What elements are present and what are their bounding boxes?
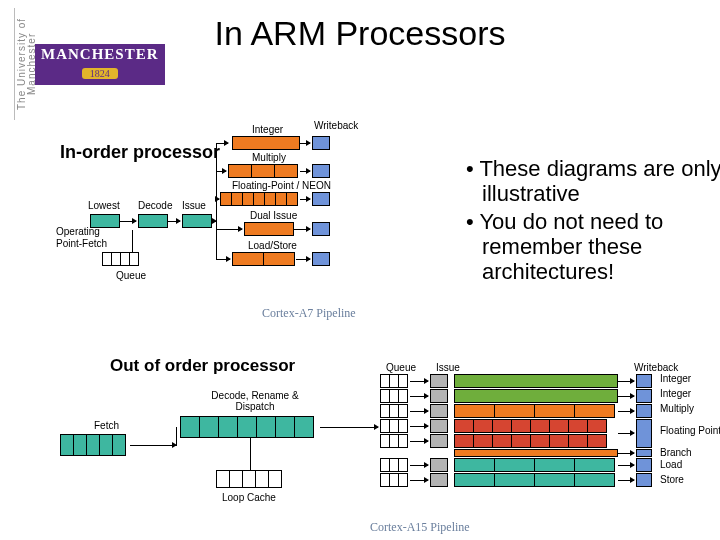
arrow-icon: [618, 465, 634, 466]
a7-unit-dual: Dual Issue: [248, 210, 299, 221]
a15-wb6: [636, 458, 652, 472]
a7-queue: Queue: [116, 270, 146, 281]
arrow-icon: [130, 445, 176, 446]
a15-loop-slots: [216, 470, 281, 488]
caption-a7: Cortex-A7 Pipeline: [262, 306, 356, 321]
a7-box-decode: [138, 214, 168, 228]
arrow-icon: [120, 221, 136, 222]
a7-wb-multiply: [312, 164, 330, 178]
arrow-icon: [216, 259, 230, 260]
arrow-icon: [618, 433, 634, 434]
a7-stage-lowest: Lowest: [88, 200, 120, 211]
a15-drd: Decode, Rename & Dispatch: [200, 390, 310, 412]
a7-queue-slots: [102, 252, 138, 266]
arrow-icon: [410, 411, 428, 412]
caption-a15: Cortex-A15 Pipeline: [370, 520, 470, 535]
a7-box-dual: [244, 222, 294, 236]
a15-wb2: [636, 389, 652, 403]
a7-box-integer: [232, 136, 300, 150]
a15-wb3: [636, 404, 652, 418]
a7-unit-fp: Floating-Point / NEON: [232, 180, 331, 191]
a7-box-issue: [182, 214, 212, 228]
bullet-1: These diagrams are only illustrative: [466, 156, 720, 207]
a7-row-multiply: [228, 164, 297, 178]
arrow-icon: [410, 441, 428, 442]
a15-unit-store: Store: [660, 474, 684, 485]
a15-stage-queue: Queue: [386, 362, 416, 373]
arrow-icon: [618, 480, 634, 481]
line-icon: [212, 221, 216, 222]
a15-stage-issue: Issue: [436, 362, 460, 373]
logo-year: 1824: [82, 68, 118, 79]
arrow-icon: [410, 426, 428, 427]
a15-unit-mul: Multiply: [660, 403, 694, 414]
diagram-a15: Queue Issue Writeback Fetch Decode, Rena…: [60, 376, 680, 516]
a15-wb4: [636, 419, 652, 448]
a15-exe-load: [454, 458, 614, 472]
slide-title: In ARM Processors: [0, 14, 720, 53]
a15-exe-fp1: [454, 419, 606, 433]
a15-wb5: [636, 449, 652, 457]
arrow-icon: [410, 396, 428, 397]
a15-exe-int2: [454, 389, 618, 403]
arrow-icon: [216, 229, 242, 230]
a15-exe-branch: [454, 449, 618, 457]
bullet-list: These diagrams are only illustrative You…: [426, 156, 720, 286]
diagram-a7: Writeback Lowest Decode Issue Operating …: [62, 126, 412, 301]
a15-stage-writeback: Writeback: [634, 362, 678, 373]
a7-unit-multiply: Multiply: [252, 152, 286, 163]
a15-unit-int1: Integer: [660, 373, 691, 384]
a15-fetch: Fetch: [94, 420, 119, 431]
a7-wb-ls: [312, 252, 330, 266]
arrow-icon: [300, 171, 310, 172]
arrow-icon: [216, 171, 226, 172]
a15-loop: Loop Cache: [222, 492, 276, 503]
a7-pointfetch: Point-Fetch: [56, 238, 126, 249]
label-out-of-order: Out of order processor: [110, 356, 295, 376]
arrow-icon: [320, 427, 378, 428]
a15-row-drd: [180, 416, 313, 438]
a15-wb7: [636, 473, 652, 487]
arrow-icon: [618, 396, 634, 397]
arrow-icon: [216, 199, 219, 200]
arrow-icon: [410, 465, 428, 466]
a7-row-ls: [232, 252, 294, 266]
a15-unit-branch: Branch: [660, 447, 692, 458]
line-icon: [176, 427, 177, 446]
arrow-icon: [216, 143, 228, 144]
a15-unit-int2: Integer: [660, 388, 691, 399]
arrow-icon: [618, 453, 634, 454]
a15-unit-load: Load: [660, 459, 682, 470]
a7-row-fp: [220, 192, 297, 206]
arrow-icon: [294, 229, 310, 230]
a15-exe-int1: [454, 374, 618, 388]
a7-stage-issue: Issue: [182, 200, 206, 211]
a15-exe-mul: [454, 404, 614, 418]
arrow-icon: [168, 221, 180, 222]
arrow-icon: [410, 480, 428, 481]
arrow-icon: [618, 381, 634, 382]
arrow-icon: [410, 381, 428, 382]
a15-unit-fp: Floating Point / NEON: [660, 425, 720, 436]
a7-wb-integer: [312, 136, 330, 150]
arrow-icon: [300, 199, 310, 200]
a7-unit-integer: Integer: [252, 124, 283, 135]
line-icon: [250, 438, 251, 470]
a7-box-lowest: [90, 214, 120, 228]
a7-wb-dual: [312, 222, 330, 236]
a7-unit-ls: Load/Store: [246, 240, 299, 251]
a15-row-fetch: [60, 434, 125, 456]
a7-stage-writeback: Writeback: [314, 120, 358, 131]
a7-wb-fp: [312, 192, 330, 206]
a15-wb1: [636, 374, 652, 388]
bullet-2: You do not need to remember these archit…: [466, 209, 720, 285]
a15-exe-store: [454, 473, 614, 487]
arrow-icon: [618, 411, 634, 412]
line-icon: [132, 230, 133, 252]
a15-exe-fp2: [454, 434, 606, 448]
arrow-icon: [296, 259, 310, 260]
arrow-icon: [300, 143, 310, 144]
a7-stage-decode: Decode: [138, 200, 172, 211]
